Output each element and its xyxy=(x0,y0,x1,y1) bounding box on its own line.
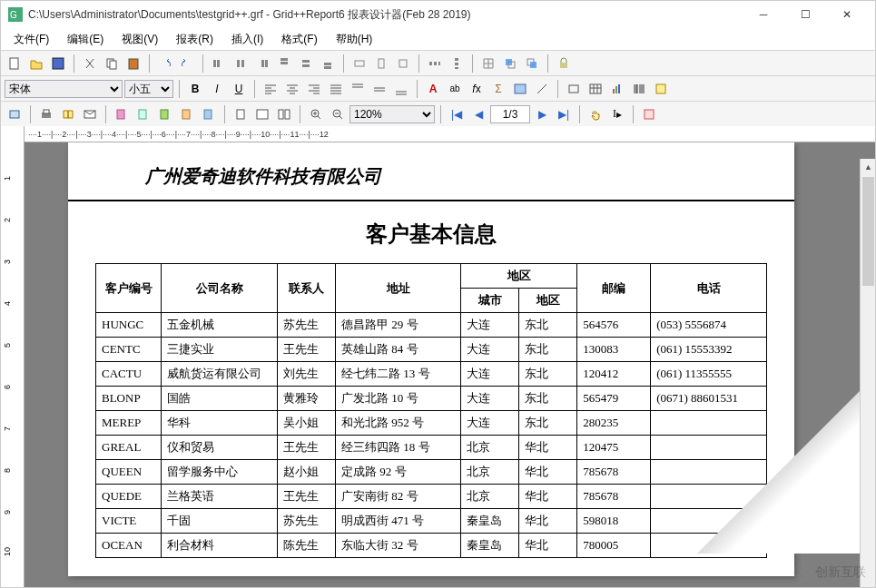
line-button[interactable] xyxy=(532,79,552,99)
menu-file[interactable]: 文件(F) xyxy=(5,29,58,50)
align-top-btn[interactable] xyxy=(274,54,294,74)
table-cell: (053) 5556874 xyxy=(651,313,767,338)
table-cell: 刘先生 xyxy=(278,362,336,387)
zoom-select[interactable]: 120% xyxy=(349,105,435,123)
table-cell: 北京 xyxy=(461,485,519,509)
new-button[interactable] xyxy=(5,54,25,74)
copy-button[interactable] xyxy=(102,54,122,74)
menu-help[interactable]: 帮助(H) xyxy=(327,29,382,50)
hand-tool[interactable] xyxy=(586,104,605,124)
firstpage-btn[interactable]: |◀ xyxy=(447,104,467,124)
align-bottom-btn[interactable] xyxy=(318,54,338,74)
prevpage-btn[interactable]: ◀ xyxy=(468,104,488,124)
mail-button[interactable] xyxy=(80,104,100,124)
grid-btn[interactable] xyxy=(478,54,498,74)
chart-button[interactable] xyxy=(607,79,627,99)
barcode-button[interactable] xyxy=(629,79,649,99)
redo-button[interactable] xyxy=(177,54,197,74)
table-cell: 120412 xyxy=(577,362,651,387)
close-button[interactable]: ✕ xyxy=(826,1,868,28)
svg-rect-19 xyxy=(355,61,364,66)
export-btn2[interactable] xyxy=(133,104,153,124)
text-align-justify[interactable] xyxy=(326,79,346,99)
same-width-btn[interactable] xyxy=(349,54,369,74)
subreport-button[interactable] xyxy=(651,79,671,99)
spacing-h-btn[interactable] xyxy=(425,54,445,74)
svg-rect-15 xyxy=(302,60,310,63)
spacing-v-btn[interactable] xyxy=(447,54,467,74)
lastpage-btn[interactable]: ▶| xyxy=(554,104,574,124)
menu-edit[interactable]: 编辑(E) xyxy=(58,29,113,50)
undo-button[interactable] xyxy=(155,54,175,74)
text-align-left[interactable] xyxy=(261,79,281,99)
same-size-btn[interactable] xyxy=(393,54,413,74)
menu-report[interactable]: 报表(R) xyxy=(167,29,222,50)
align-left-btn[interactable] xyxy=(209,54,229,74)
align-center-h-btn[interactable] xyxy=(231,54,251,74)
zoomout-btn[interactable] xyxy=(328,104,348,124)
menu-insert[interactable]: 插入(I) xyxy=(222,29,272,50)
table-button[interactable] xyxy=(586,79,605,99)
fullpage-btn[interactable] xyxy=(231,104,251,124)
text-tool[interactable]: I▸ xyxy=(607,104,627,124)
sum-button[interactable]: Σ xyxy=(488,79,508,99)
table-row: BLONP国皓黄雅玲广发北路 10 号大连东北565479(0671) 8860… xyxy=(96,387,767,411)
data-table: 客户编号 公司名称 联系人 地址 地区 邮编 电话 城市 地区 xyxy=(95,263,767,558)
book-icon[interactable] xyxy=(58,104,78,124)
lock-btn[interactable] xyxy=(554,54,574,74)
maximize-button[interactable]: ☐ xyxy=(784,1,826,28)
underline-button[interactable]: U xyxy=(229,79,249,99)
send-back-btn[interactable] xyxy=(522,54,542,74)
export-btn1[interactable] xyxy=(112,104,132,124)
text-align-top[interactable] xyxy=(348,79,368,99)
multipage-btn[interactable] xyxy=(274,104,294,124)
open-button[interactable] xyxy=(26,54,46,74)
watermark: 创新互联 xyxy=(793,564,866,582)
text-align-bottom[interactable] xyxy=(391,79,411,99)
menu-format[interactable]: 格式(F) xyxy=(272,29,326,50)
table-cell: 120475 xyxy=(577,436,651,460)
pagewidth-btn[interactable] xyxy=(252,104,272,124)
print-button[interactable] xyxy=(36,104,56,124)
text-align-vmid[interactable] xyxy=(369,79,389,99)
italic-button[interactable]: I xyxy=(207,79,227,99)
font-select[interactable]: 宋体 xyxy=(5,80,123,98)
scroll-up-icon[interactable]: ▲ xyxy=(861,159,875,174)
close-preview[interactable] xyxy=(639,104,659,124)
table-cell: 广安南街 82 号 xyxy=(336,485,461,509)
menu-view[interactable]: 视图(V) xyxy=(113,29,167,50)
paste-button[interactable] xyxy=(123,54,143,74)
svg-rect-52 xyxy=(285,110,290,119)
print-preview-icon[interactable] xyxy=(5,104,25,124)
bring-front-btn[interactable] xyxy=(500,54,520,74)
same-height-btn[interactable] xyxy=(371,54,391,74)
align-middle-btn[interactable] xyxy=(296,54,316,74)
table-cell: 兰格英语 xyxy=(162,485,278,509)
preview-canvas[interactable]: 广州爱奇迪软件科技有限公司 客户基本信息 客户编号 公司名称 联系人 地址 地区… xyxy=(25,142,875,588)
bold-button[interactable]: B xyxy=(185,79,205,99)
cut-button[interactable] xyxy=(80,54,100,74)
table-cell: 785678 xyxy=(577,485,651,509)
table-cell: 德昌路甲 29 号 xyxy=(336,313,461,338)
text-align-center[interactable] xyxy=(282,79,302,99)
text-ab-button[interactable]: ab xyxy=(445,79,465,99)
minimize-button[interactable]: ─ xyxy=(743,1,784,28)
export-btn5[interactable] xyxy=(199,104,219,124)
fontcolor-button[interactable]: A xyxy=(423,79,443,99)
table-cell: HUNGC xyxy=(96,313,162,338)
vertical-scrollbar[interactable]: ▲ ▼ xyxy=(860,159,875,588)
export-btn3[interactable] xyxy=(155,104,175,124)
picture-button[interactable] xyxy=(510,79,530,99)
zoomin-btn[interactable] xyxy=(306,104,326,124)
function-button[interactable]: fx xyxy=(467,79,487,99)
fontsize-select[interactable]: 小五 xyxy=(124,80,173,98)
export-btn4[interactable] xyxy=(177,104,197,124)
align-right-btn[interactable] xyxy=(252,54,272,74)
save-button[interactable] xyxy=(48,54,68,74)
page-input[interactable] xyxy=(490,105,530,123)
rect-button[interactable] xyxy=(564,79,584,99)
text-align-right[interactable] xyxy=(304,79,324,99)
nextpage-btn[interactable]: ▶ xyxy=(532,104,552,124)
svg-rect-12 xyxy=(265,60,268,67)
scroll-thumb[interactable] xyxy=(862,177,874,286)
